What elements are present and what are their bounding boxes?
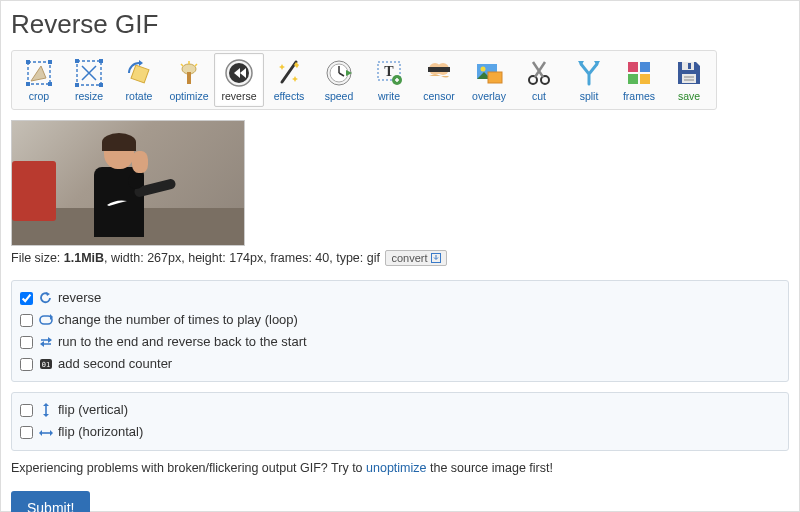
width-value: 267px <box>147 251 181 265</box>
checkbox-flip-horizontal[interactable] <box>20 426 33 439</box>
svg-point-28 <box>481 67 486 72</box>
svg-rect-34 <box>628 62 638 72</box>
split-icon <box>574 58 604 88</box>
tool-overlay[interactable]: overlay <box>464 53 514 107</box>
optimize-icon <box>174 58 204 88</box>
toolbar: crop resize rotate optimize reverse <box>11 50 717 110</box>
option-reverse: reverse <box>20 287 780 309</box>
tool-label: censor <box>423 90 455 102</box>
svg-rect-39 <box>688 63 691 69</box>
hint-after: the source image first! <box>426 461 552 475</box>
tool-rotate[interactable]: rotate <box>114 53 164 107</box>
tool-label: crop <box>29 90 49 102</box>
checkbox-loop[interactable] <box>20 314 33 327</box>
size-label: File size: <box>11 251 64 265</box>
tool-label: rotate <box>126 90 153 102</box>
svg-marker-47 <box>48 337 52 343</box>
option-label: reverse <box>58 287 101 309</box>
svg-rect-1 <box>26 60 30 64</box>
tool-label: cut <box>532 90 546 102</box>
submit-button[interactable]: Submit! <box>11 491 90 512</box>
tool-frames[interactable]: frames <box>614 53 664 107</box>
svg-rect-7 <box>99 59 103 63</box>
overlay-icon <box>474 58 504 88</box>
option-flip-vertical: flip (vertical) <box>20 399 780 421</box>
checkbox-flip-vertical[interactable] <box>20 404 33 417</box>
height-label: , height: <box>181 251 229 265</box>
checkbox-boomerang[interactable] <box>20 336 33 349</box>
option-label: add second counter <box>58 353 172 375</box>
svg-marker-54 <box>50 430 53 436</box>
tool-save[interactable]: save <box>664 53 714 107</box>
save-icon <box>674 58 704 88</box>
loop-option-icon <box>38 313 53 328</box>
tool-split[interactable]: split <box>564 53 614 107</box>
width-label: , width: <box>104 251 147 265</box>
reverse-option-icon <box>38 291 53 306</box>
tool-optimize[interactable]: optimize <box>164 53 214 107</box>
unoptimize-link[interactable]: unoptimize <box>366 461 426 475</box>
size-value: 1.1MiB <box>64 251 104 265</box>
svg-rect-40 <box>682 74 696 83</box>
svg-marker-53 <box>39 430 42 436</box>
checkbox-reverse[interactable] <box>20 292 33 305</box>
svg-text:01: 01 <box>41 361 49 369</box>
tool-label: speed <box>325 90 354 102</box>
frames-icon <box>624 58 654 88</box>
convert-button[interactable]: convert <box>385 250 446 266</box>
svg-rect-36 <box>628 74 638 84</box>
effects-icon <box>274 58 304 88</box>
page-container: Reverse GIF crop resize rotate optimize <box>0 0 800 512</box>
tool-label: effects <box>274 90 305 102</box>
tool-cut[interactable]: cut <box>514 53 564 107</box>
gif-preview <box>11 120 245 246</box>
svg-rect-13 <box>187 72 191 84</box>
option-boomerang: run to the end and reverse back to the s… <box>20 331 780 353</box>
svg-rect-8 <box>75 83 79 87</box>
option-loop: change the number of times to play (loop… <box>20 309 780 331</box>
censor-icon <box>424 58 454 88</box>
hint-before: Experiencing problems with broken/flicke… <box>11 461 366 475</box>
svg-rect-10 <box>131 65 149 83</box>
cut-icon <box>524 58 554 88</box>
svg-marker-51 <box>43 403 49 406</box>
tool-label: reverse <box>221 90 256 102</box>
tool-label: frames <box>623 90 655 102</box>
flip-horizontal-icon <box>38 425 53 440</box>
convert-label: convert <box>391 252 427 264</box>
svg-rect-2 <box>48 60 52 64</box>
tool-effects[interactable]: effects <box>264 53 314 107</box>
page-title: Reverse GIF <box>11 9 789 40</box>
tool-reverse[interactable]: reverse <box>214 53 264 107</box>
flip-vertical-icon <box>38 403 53 418</box>
speed-icon <box>324 58 354 88</box>
svg-marker-11 <box>139 60 143 66</box>
counter-option-icon: 01 <box>38 357 53 372</box>
resize-icon <box>74 58 104 88</box>
svg-rect-26 <box>428 67 450 72</box>
svg-rect-35 <box>640 62 650 72</box>
svg-marker-44 <box>46 292 50 296</box>
tool-speed[interactable]: speed <box>314 53 364 107</box>
svg-rect-37 <box>640 74 650 84</box>
type-label: , type: <box>329 251 367 265</box>
tool-label: write <box>378 90 400 102</box>
tool-resize[interactable]: resize <box>64 53 114 107</box>
tool-censor[interactable]: censor <box>414 53 464 107</box>
write-icon: T <box>374 58 404 88</box>
type-value: gif <box>367 251 380 265</box>
option-label: run to the end and reverse back to the s… <box>58 331 307 353</box>
tool-crop[interactable]: crop <box>14 53 64 107</box>
checkbox-counter[interactable] <box>20 358 33 371</box>
frames-value: 40 <box>315 251 329 265</box>
option-counter: 01 add second counter <box>20 353 780 375</box>
tool-label: optimize <box>169 90 208 102</box>
svg-rect-3 <box>26 82 30 86</box>
tool-write[interactable]: T write <box>364 53 414 107</box>
file-info: File size: 1.1MiB, width: 267px, height:… <box>11 250 789 266</box>
options-main: reverse change the number of times to pl… <box>11 280 789 382</box>
svg-rect-6 <box>75 59 79 63</box>
tool-label: split <box>580 90 599 102</box>
rotate-icon <box>124 58 154 88</box>
option-label: flip (vertical) <box>58 399 128 421</box>
